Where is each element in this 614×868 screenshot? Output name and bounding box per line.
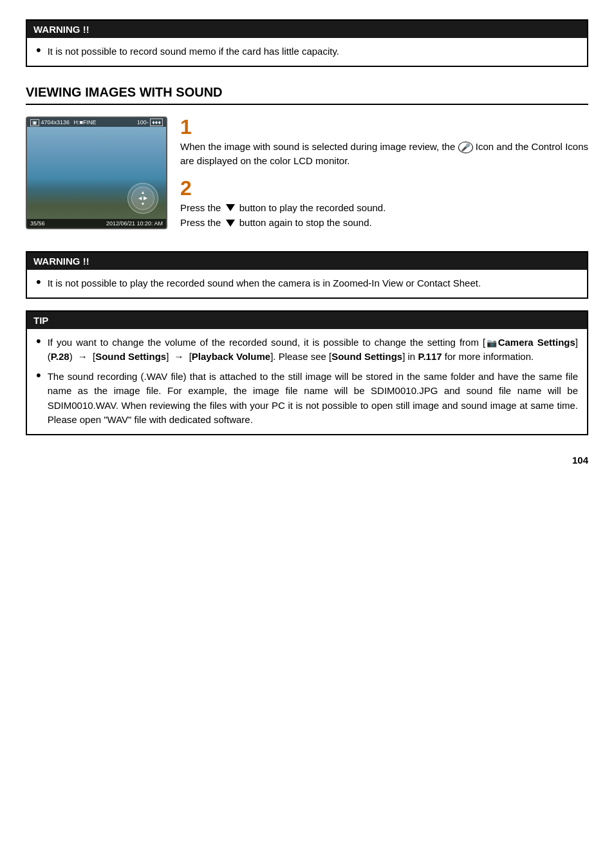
camera-datetime: 2012/06/21 10:20: AM bbox=[106, 220, 163, 227]
warning-box-1: WARNING !! • It is not possible to recor… bbox=[26, 19, 588, 67]
step-2-number: 2 bbox=[180, 178, 588, 198]
warning-text-2: It is not possible to play the recorded … bbox=[48, 276, 481, 291]
tip-box: TIP • If you want to change the volume o… bbox=[26, 310, 588, 435]
sound-settings-label-2: Sound Settings bbox=[331, 351, 402, 362]
camera-settings-label: Camera Settings bbox=[498, 337, 575, 348]
viewing-section: ▣ 4704x3136 H:■FINE 100- ♦♦♦ ▲ ◀ bbox=[26, 117, 588, 240]
warning-header-2: WARNING !! bbox=[27, 252, 587, 270]
camera-bottom-bar: 35/56 2012/06/21 10:20: AM bbox=[27, 219, 166, 228]
bullet-dot-3: • bbox=[36, 334, 41, 348]
warning-body-1: • It is not possible to record sound mem… bbox=[27, 38, 587, 66]
camera-settings-icon: 📷 bbox=[485, 338, 498, 348]
warning-text-1: It is not possible to record sound memo … bbox=[48, 44, 339, 59]
step2-line1-prefix: Press the bbox=[180, 202, 221, 213]
camera-count: 100- ♦♦♦ bbox=[137, 119, 163, 126]
warning-bullet-1: • It is not possible to record sound mem… bbox=[36, 44, 578, 59]
tip-text-1: If you want to change the volume of the … bbox=[48, 335, 578, 364]
camera-frame: 35/56 bbox=[30, 220, 45, 227]
camera-resolution: ▣ 4704x3136 H:■FINE bbox=[30, 119, 97, 126]
step2-line1-suffix: button to play the recorded sound. bbox=[239, 202, 386, 213]
arrow-down-icon-1 bbox=[226, 201, 235, 216]
tip-text-2: The sound recording (.WAV file) that is … bbox=[48, 370, 578, 428]
page-number: 104 bbox=[26, 455, 588, 466]
bullet-dot-4: • bbox=[36, 368, 41, 382]
camera-display: ▣ 4704x3136 H:■FINE 100- ♦♦♦ ▲ ◀ bbox=[26, 117, 167, 229]
warning-bullet-2: • It is not possible to play the recorde… bbox=[36, 276, 578, 291]
step-1-number: 1 bbox=[180, 117, 588, 137]
step-2-text: Press the button to play the recorded so… bbox=[180, 201, 588, 231]
control-inner: ▲ ◀ ▶ ▼ bbox=[131, 187, 154, 210]
steps-content: 1 When the image with sound is selected … bbox=[180, 117, 588, 240]
step2-line2-suffix: button again to stop the sound. bbox=[239, 217, 372, 228]
microphone-icon: 🎤 bbox=[458, 142, 473, 154]
sound-settings-label-1: Sound Settings bbox=[95, 351, 166, 362]
bullet-dot-2: • bbox=[36, 275, 41, 289]
bullet-dot-1: • bbox=[36, 43, 41, 57]
step-1-text: When the image with sound is selected du… bbox=[180, 140, 588, 169]
warning-header-1: WARNING !! bbox=[27, 21, 587, 38]
camera-screen: ▣ 4704x3136 H:■FINE 100- ♦♦♦ ▲ ◀ bbox=[27, 118, 166, 228]
tip-bullet-1: • If you want to change the volume of th… bbox=[36, 335, 578, 364]
warning-box-2: WARNING !! • It is not possible to play … bbox=[26, 251, 588, 299]
tip-bullet-2: • The sound recording (.WAV file) that i… bbox=[36, 370, 578, 428]
camera-top-bar: ▣ 4704x3136 H:■FINE 100- ♦♦♦ bbox=[27, 118, 166, 127]
step2-line2-prefix: Press the bbox=[180, 217, 221, 228]
tip-body: • If you want to change the volume of th… bbox=[27, 329, 587, 434]
section-title: VIEWING IMAGES WITH SOUND bbox=[26, 85, 588, 105]
warning-body-2: • It is not possible to play the recorde… bbox=[27, 270, 587, 297]
control-circle: ▲ ◀ ▶ ▼ bbox=[127, 183, 158, 214]
tip-header: TIP bbox=[27, 312, 587, 329]
playback-volume-label: Playback Volume bbox=[192, 351, 270, 362]
arrow-down-icon-2 bbox=[226, 216, 235, 231]
